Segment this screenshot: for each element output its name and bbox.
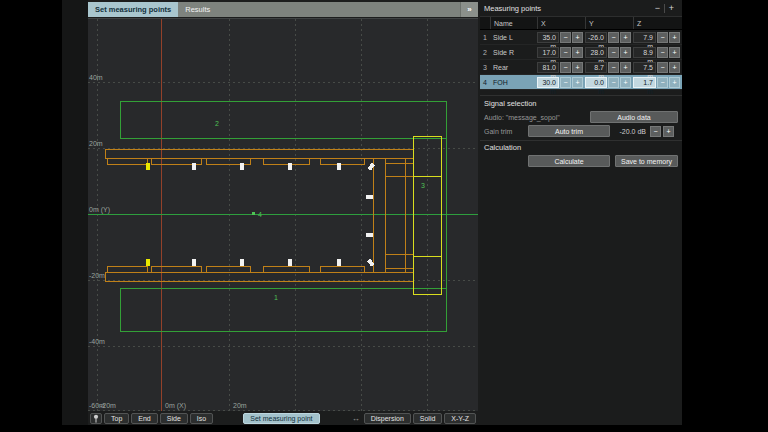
y-value-group: 0.0 m − + <box>585 77 631 88</box>
gain-trim-label: Gain trim <box>484 128 512 135</box>
signal-selection-title: Signal selection <box>484 99 537 108</box>
increment-button[interactable]: + <box>669 47 680 58</box>
fit-view-icon[interactable]: ↔ <box>350 415 362 423</box>
axis-label-x: 20m <box>233 402 247 409</box>
z-value[interactable]: 7.9 m <box>633 32 656 43</box>
set-measuring-point-button[interactable]: Set measuring point <box>243 413 319 424</box>
pin-icon[interactable] <box>90 413 102 424</box>
z-value[interactable]: 1.7 m <box>633 77 656 88</box>
marker-foh-dot <box>252 212 255 215</box>
column-header-z: Z <box>633 17 682 29</box>
decrement-button[interactable]: − <box>657 77 668 88</box>
audio-data-button[interactable]: Audio data <box>590 111 678 123</box>
y-value-group: 8.7 m − + <box>585 62 631 73</box>
decrement-button[interactable]: − <box>657 47 668 58</box>
y-value[interactable]: 0.0 m <box>585 77 607 88</box>
increment-button[interactable]: + <box>669 32 680 43</box>
calculation-title: Calculation <box>484 143 521 152</box>
increment-button[interactable]: + <box>572 77 583 88</box>
y-value[interactable]: 8.7 m <box>585 62 607 73</box>
panel-title: Measuring points <box>484 4 541 13</box>
table-row[interactable]: 2 Side R 17.0 m − + 28.0 m − + 8.9 m − + <box>480 45 682 60</box>
tab-results[interactable]: Results <box>178 2 217 17</box>
dispersion-button[interactable]: Dispersion <box>364 413 411 424</box>
increment-button[interactable]: + <box>572 47 583 58</box>
point-name: Side R <box>490 49 537 56</box>
row-number: 2 <box>480 49 490 56</box>
auto-trim-button[interactable]: Auto trim <box>528 125 610 137</box>
scene-viewport[interactable]: 1 2 3 4 40m 20m 0m (Y) -20m -40m -60m -2… <box>88 18 478 411</box>
x-value-group: 35.0 m − + <box>537 32 583 43</box>
x-value-group: 30.0 m − + <box>537 77 583 88</box>
increment-button[interactable]: + <box>620 77 631 88</box>
add-point-button[interactable]: + <box>665 4 678 13</box>
save-to-memory-button[interactable]: Save to memory <box>615 155 678 167</box>
x-value[interactable]: 35.0 m <box>537 32 559 43</box>
marker-foh: 4 <box>258 211 262 218</box>
venue-top-view[interactable]: 1 2 3 4 40m 20m 0m (Y) -20m -40m -60m -2… <box>88 19 478 411</box>
decrement-button[interactable]: − <box>657 32 668 43</box>
z-value-group: 8.9 m − + <box>633 47 680 58</box>
audience-area-outlines <box>120 101 446 331</box>
row-number: 3 <box>480 64 490 71</box>
point-name: FOH <box>490 79 537 86</box>
decrement-button[interactable]: − <box>657 62 668 73</box>
table-row-selected[interactable]: 4 FOH 30.0 m − + 0.0 m − + 1.7 m − + <box>480 75 682 90</box>
decrement-button[interactable]: − <box>560 77 571 88</box>
increment-button[interactable]: + <box>663 126 674 137</box>
column-header-y: Y <box>585 17 633 29</box>
x-value[interactable]: 17.0 m <box>537 47 559 58</box>
z-value[interactable]: 7.5 m <box>633 62 656 73</box>
increment-button[interactable]: + <box>669 77 680 88</box>
axis-label-y: -40m <box>89 338 105 345</box>
measuring-points-panel: Measuring points − + Name X Y Z 1 Side L… <box>480 0 682 425</box>
table-row[interactable]: 3 Rear 81.0 m − + 8.7 m − + 7.5 m − + <box>480 60 682 75</box>
axis-label-y: 0m (Y) <box>89 206 110 214</box>
axis-label-x: -20m <box>100 402 116 409</box>
xyz-button[interactable]: X-Y-Z <box>444 413 476 424</box>
marker-rear: 3 <box>421 182 425 189</box>
decrement-button[interactable]: − <box>608 47 619 58</box>
row-number: 1 <box>480 34 490 41</box>
measuring-point-markers[interactable]: 1 2 3 4 <box>215 120 425 301</box>
view-side-button[interactable]: Side <box>160 413 188 424</box>
x-value-group: 81.0 m − + <box>537 62 583 73</box>
table-row[interactable]: 1 Side L 35.0 m − + -26.0 m − + 7.9 m − … <box>480 30 682 45</box>
y-value[interactable]: -26.0 m <box>585 32 607 43</box>
decrement-button[interactable]: − <box>560 32 571 43</box>
increment-button[interactable]: + <box>669 62 680 73</box>
z-value-group: 7.9 m − + <box>633 32 680 43</box>
y-value[interactable]: 28.0 m <box>585 47 607 58</box>
point-name: Side L <box>490 34 537 41</box>
increment-button[interactable]: + <box>572 32 583 43</box>
measuring-points-table: Name X Y Z 1 Side L 35.0 m − + -26.0 m −… <box>480 16 682 90</box>
decrement-button[interactable]: − <box>608 62 619 73</box>
grid-lines <box>88 19 478 411</box>
increment-button[interactable]: + <box>620 62 631 73</box>
x-value[interactable]: 81.0 m <box>537 62 559 73</box>
decrement-button[interactable]: − <box>560 62 571 73</box>
gain-value[interactable]: -20.0 dB <box>612 128 646 135</box>
increment-button[interactable]: + <box>620 32 631 43</box>
view-tab-bar: Set measuring points Results » <box>88 2 478 17</box>
z-value[interactable]: 8.9 m <box>633 47 656 58</box>
calculate-button[interactable]: Calculate <box>528 155 610 167</box>
decrement-button[interactable]: − <box>608 32 619 43</box>
axis-label-y: -20m <box>89 272 105 279</box>
tab-set-measuring-points[interactable]: Set measuring points <box>88 2 178 17</box>
expand-panel-icon[interactable]: » <box>460 2 478 17</box>
column-header-name: Name <box>490 17 537 29</box>
increment-button[interactable]: + <box>620 47 631 58</box>
decrement-button[interactable]: − <box>560 47 571 58</box>
x-value-group: 17.0 m − + <box>537 47 583 58</box>
decrement-button[interactable]: − <box>650 126 661 137</box>
increment-button[interactable]: + <box>572 62 583 73</box>
remove-point-button[interactable]: − <box>651 4 664 13</box>
view-end-button[interactable]: End <box>131 413 157 424</box>
column-header-x: X <box>537 17 585 29</box>
solid-button[interactable]: Solid <box>413 413 443 424</box>
x-value[interactable]: 30.0 m <box>537 77 559 88</box>
view-top-button[interactable]: Top <box>104 413 129 424</box>
view-iso-button[interactable]: Iso <box>190 413 213 424</box>
decrement-button[interactable]: − <box>608 77 619 88</box>
